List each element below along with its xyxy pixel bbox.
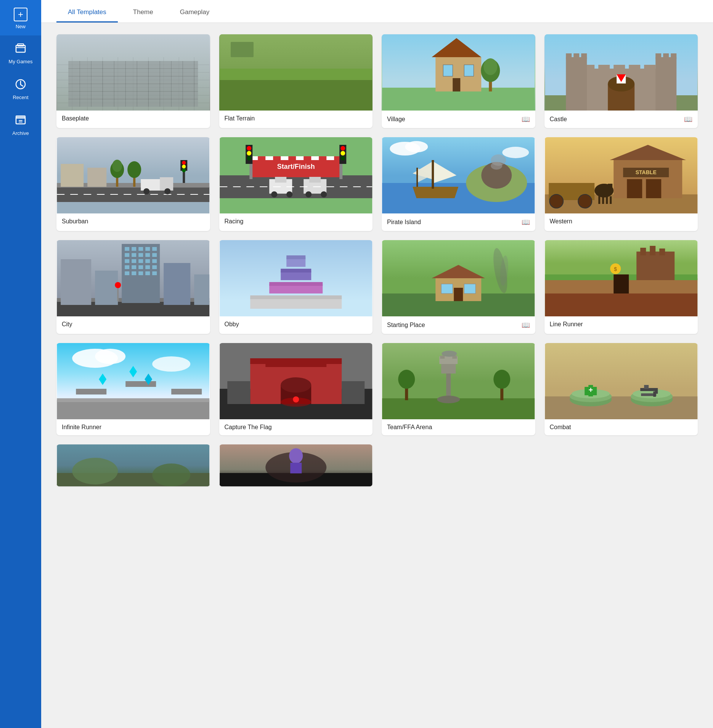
sidebar-item-new[interactable]: + New [0,0,41,35]
template-card-combat[interactable]: + Combat [544,343,698,435]
svg-point-86 [112,160,122,172]
sidebar-item-my-games[interactable]: My Games [0,35,41,71]
thumbnail-pirate-island [382,137,535,213]
svg-rect-185 [138,271,143,275]
archive-icon [14,114,27,128]
svg-rect-245 [227,381,250,404]
sidebar-archive-label: Archive [12,130,29,136]
label-obby: Obby [219,316,373,332]
partial-thumb-1 [56,444,210,486]
sidebar-item-archive[interactable]: Archive [0,107,41,143]
template-card-racing[interactable]: Start/Finish [219,137,373,231]
svg-rect-52 [453,78,460,91]
template-card-village[interactable]: Village 📖 [382,34,535,128]
svg-rect-164 [132,247,136,251]
svg-rect-168 [125,253,129,257]
svg-rect-105 [296,156,304,160]
svg-rect-186 [145,271,150,275]
svg-rect-169 [132,253,136,257]
svg-point-255 [437,396,460,403]
template-card-starting-place[interactable]: Starting Place 📖 [382,240,535,334]
svg-rect-79 [57,187,209,202]
book-icon-starting-place: 📖 [522,321,530,329]
partial-card-1[interactable] [56,444,210,486]
template-card-flat-terrain[interactable]: Flat Terrain [219,34,373,128]
svg-rect-184 [132,271,136,275]
sidebar-recent-label: Recent [13,95,28,100]
template-card-infinite-runner[interactable]: Infinite Runner [56,343,210,435]
svg-rect-217 [613,274,629,293]
svg-rect-214 [545,293,697,316]
partial-card-empty-2 [544,444,698,486]
partial-thumb-2 [219,444,373,486]
svg-rect-61 [598,65,610,72]
thumbnail-line-runner: $ [544,240,698,316]
partial-card-empty-1 [382,444,535,486]
thumbnail-suburban [56,137,210,213]
svg-point-96 [182,165,186,168]
svg-rect-229 [57,398,209,402]
template-card-city[interactable]: City [56,240,210,334]
partial-card-2[interactable] [219,444,373,486]
svg-rect-148 [627,179,642,198]
svg-rect-190 [164,263,190,305]
svg-rect-134 [432,160,434,189]
sidebar: + New My Games Recent [0,0,41,728]
svg-point-97 [182,168,186,172]
svg-rect-106 [311,156,319,160]
template-card-capture-the-flag[interactable]: Capture The Flag [219,343,373,435]
my-games-icon [14,42,27,56]
label-city: City [56,316,210,332]
svg-point-115 [340,146,345,151]
svg-point-141 [502,147,529,158]
tab-theme[interactable]: Theme [122,2,165,22]
svg-point-88 [127,161,141,178]
tab-all-templates[interactable]: All Templates [56,2,118,22]
svg-point-257 [398,370,415,389]
svg-rect-71 [655,57,676,111]
svg-rect-230 [76,389,106,394]
svg-rect-77 [671,53,676,59]
sidebar-my-games-label: My Games [9,59,33,64]
svg-rect-178 [125,265,129,269]
svg-rect-208 [464,284,475,293]
svg-rect-72 [566,53,572,59]
template-card-obby[interactable]: Obby [219,240,373,334]
svg-rect-173 [125,259,129,263]
label-line-runner: Line Runner [544,316,698,332]
template-card-team-ffa-arena[interactable]: Team/FFA Arena [382,343,535,435]
svg-marker-133 [413,187,458,198]
svg-rect-215 [545,274,613,280]
svg-point-227 [152,356,190,372]
label-racing: Racing [219,213,373,229]
svg-point-111 [247,146,251,151]
tab-gameplay[interactable]: Gameplay [169,2,221,22]
svg-rect-75 [655,53,661,59]
template-card-pirate-island[interactable]: Pirate Island 📖 [382,137,535,231]
thumbnail-city [56,240,210,316]
svg-rect-239 [250,358,342,364]
svg-rect-221 [659,249,665,255]
template-card-line-runner[interactable]: $ Line Runner [544,240,698,334]
svg-point-140 [405,141,428,152]
svg-rect-107 [326,156,334,160]
svg-point-244 [293,396,299,402]
partial-row [56,444,698,486]
template-card-suburban[interactable]: Suburban [56,137,210,231]
svg-rect-170 [138,253,143,257]
svg-rect-62 [613,65,625,72]
label-combat: Combat [544,419,698,435]
svg-point-259 [493,370,510,389]
svg-rect-218 [636,252,674,280]
svg-rect-163 [125,247,129,251]
label-village: Village 📖 [382,111,535,128]
svg-point-121 [286,191,292,197]
sidebar-item-recent[interactable]: Recent [0,71,41,107]
template-card-western[interactable]: STABLE [544,137,698,231]
svg-rect-188 [61,259,91,305]
template-card-castle[interactable]: Castle 📖 [544,34,698,128]
template-card-baseplate[interactable]: Baseplate [56,34,210,128]
svg-point-92 [164,188,170,194]
svg-rect-252 [440,356,445,359]
svg-rect-167 [152,247,157,251]
